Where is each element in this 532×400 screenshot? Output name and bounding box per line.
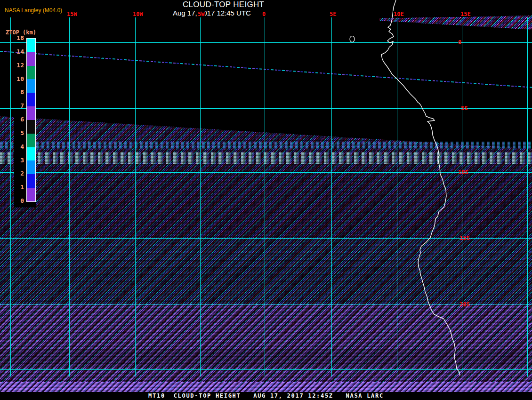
colorbar-segment <box>27 79 35 93</box>
colorbar-tick-label: 6 <box>0 116 24 123</box>
longitude-label: 15E <box>460 11 471 17</box>
colorbar-tick-label: 4 <box>0 143 24 151</box>
colorbar-tick-label: 12 <box>0 62 24 69</box>
colorbar-tick-label: 14 <box>0 48 24 56</box>
longitude-label: 15W <box>66 11 78 17</box>
colorbar-segment <box>27 174 35 188</box>
colorbar-segment <box>27 147 35 161</box>
longitude-label: 10W <box>132 11 144 17</box>
colorbar-tick-label: 18 <box>0 34 24 42</box>
latitude-label: 5S <box>461 105 468 112</box>
island-outline <box>350 36 355 42</box>
colorbar-segment <box>27 160 35 174</box>
latitude-label: 10S <box>458 169 468 176</box>
coastline-layer <box>0 0 532 400</box>
colorbar-segment <box>27 66 35 80</box>
colorbar-tick-label: 10 <box>0 75 24 83</box>
colorbar-tick-label: 7 <box>0 102 24 110</box>
colorbar-segment <box>27 120 35 134</box>
colorbar-tick-label: 8 <box>0 88 24 96</box>
colorbar-tick-label: 1 <box>0 184 24 191</box>
colorbar-segment <box>27 106 35 120</box>
colorbar-segment <box>27 39 35 52</box>
latitude-label: 15S <box>459 235 470 241</box>
status-bar-text: MT10 CLOUD-TOP HEIGHT AUG 17, 2017 12:45… <box>0 392 532 400</box>
colorbar-tick-label: 2 <box>0 170 24 177</box>
status-bar: MT10 CLOUD-TOP HEIGHT AUG 17, 2017 12:45… <box>0 392 532 400</box>
longitude-label: 10E <box>393 11 404 17</box>
longitude-label: 5E <box>329 11 337 17</box>
colorbar-tick-labels: 18141210876543210 <box>0 0 24 212</box>
longitude-label: 0 <box>262 11 266 17</box>
colorbar-tick-label: 0 <box>0 197 24 205</box>
latitude-label: 20S <box>459 301 470 308</box>
colorbar-tick-label: 3 <box>0 157 24 164</box>
longitude-label: 5W <box>197 11 205 17</box>
colorbar-segment <box>27 188 35 201</box>
latitude-label: 0 <box>458 39 461 46</box>
satellite-product-view: 15W10W5W05E10E15E05S10S15S20S ZTOP (km) … <box>0 0 532 400</box>
africa-coastline <box>381 0 460 376</box>
colorbar-tick-label: 5 <box>0 129 24 137</box>
colorbar-segment <box>27 93 35 106</box>
colorbar-segment <box>27 134 35 147</box>
colorbar-segment <box>27 52 35 66</box>
ztop-colorbar <box>26 38 36 202</box>
